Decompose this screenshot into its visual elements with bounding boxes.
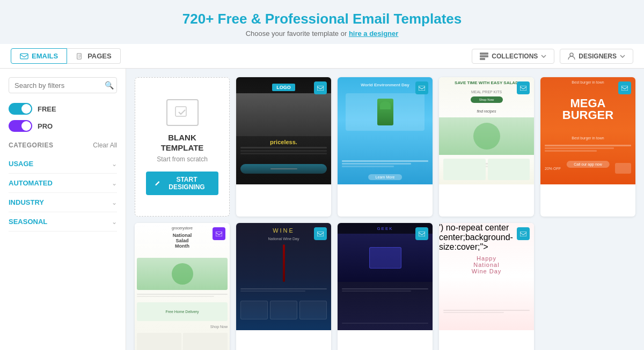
svg-rect-0	[20, 54, 28, 59]
email-badge	[517, 81, 530, 94]
pages-icon	[76, 53, 84, 59]
svg-rect-12	[317, 232, 324, 236]
main-layout: 🔍 FREE PRO CATEGORIES Clear All USAGE ⌄ …	[0, 69, 644, 350]
sidebar-item-usage[interactable]: USAGE ⌄	[9, 154, 117, 174]
tab-pages[interactable]: PAGES	[67, 48, 121, 64]
free-toggle[interactable]	[9, 103, 32, 115]
categories-header: CATEGORIES Clear All	[9, 142, 117, 149]
template-card[interactable]: ') no-repeat center center;background-si…	[439, 223, 534, 350]
svg-rect-8	[419, 86, 425, 91]
template-thumbnail: grocerystore NationalSaladMonth Free Hom…	[135, 223, 230, 350]
chevron-down-icon	[541, 55, 546, 58]
svg-rect-14	[520, 232, 526, 236]
svg-rect-4	[480, 58, 485, 60]
chevron-down-icon	[620, 55, 625, 58]
chevron-down-icon: ⌄	[112, 180, 117, 187]
sidebar-item-seasonal[interactable]: SEASONAL ⌄	[9, 212, 117, 232]
templates-grid: BLANK TEMPLATE Start from scratch START …	[135, 77, 635, 350]
toggle-knob	[21, 104, 31, 114]
free-label: FREE	[38, 105, 56, 113]
categories-title: CATEGORIES	[9, 142, 53, 149]
tab-emails[interactable]: EMAILS	[11, 48, 67, 64]
email-badge	[415, 227, 428, 240]
collections-dropdown[interactable]: COLLECTIONS	[472, 49, 554, 64]
svg-rect-2	[480, 53, 488, 55]
blank-template-subtitle: Start from scratch	[157, 155, 208, 163]
toolbar-dropdowns: COLLECTIONS DESIGNERS	[472, 49, 633, 64]
email-badge	[517, 227, 530, 240]
sidebar-item-industry[interactable]: INDUSTRY ⌄	[9, 193, 117, 212]
sidebar-item-automated[interactable]: AUTOMATED ⌄	[9, 174, 117, 193]
search-input[interactable]	[14, 81, 105, 90]
pro-toggle[interactable]	[9, 120, 32, 132]
svg-rect-10	[621, 86, 628, 91]
hire-designer-link[interactable]: hire a designer	[349, 29, 398, 38]
svg-rect-13	[419, 232, 425, 236]
free-toggle-row: FREE	[9, 103, 117, 115]
template-card[interactable]: SAVE TIME WITH EASY SALAD MEAL PREP KITS…	[439, 77, 534, 217]
pro-label: PRO	[38, 122, 53, 130]
pro-toggle-row: PRO	[9, 120, 117, 132]
clear-all-button[interactable]: Clear All	[93, 142, 117, 149]
designers-dropdown[interactable]: DESIGNERS	[560, 49, 633, 64]
template-card[interactable]: WINE National Wine Day	[236, 223, 331, 350]
pencil-icon	[155, 180, 160, 187]
search-box[interactable]: 🔍	[9, 77, 117, 93]
content-area: BLANK TEMPLATE Start from scratch START …	[126, 69, 644, 350]
blank-template-card[interactable]: BLANK TEMPLATE Start from scratch START …	[135, 77, 230, 217]
svg-point-5	[570, 53, 573, 56]
template-card[interactable]: GEEK	[338, 223, 433, 350]
svg-rect-9	[520, 86, 526, 91]
header-banner: 720+ Free & Professional Email Templates…	[0, 0, 644, 44]
chevron-down-icon: ⌄	[112, 199, 117, 206]
toggle-knob	[21, 121, 31, 131]
template-card[interactable]: LOGO priceless.	[236, 77, 331, 217]
toolbar: EMAILS PAGES COLLECTIONS DESIGNERS	[0, 44, 644, 69]
blank-template-icon	[166, 99, 199, 126]
svg-rect-7	[317, 86, 324, 91]
blank-template-title: BLANK TEMPLATE	[146, 132, 218, 153]
email-badge	[314, 227, 327, 240]
page-title: 720+ Free & Professional Email Templates	[0, 11, 644, 27]
chevron-down-icon: ⌄	[112, 218, 117, 226]
email-badge	[314, 81, 327, 94]
chevron-down-icon: ⌄	[112, 160, 117, 168]
start-designing-button[interactable]: START DESIGNING	[146, 172, 218, 195]
svg-rect-3	[480, 55, 488, 57]
email-badge	[618, 81, 631, 94]
template-card[interactable]: grocerystore NationalSaladMonth Free Hom…	[135, 223, 230, 350]
designer-icon	[568, 53, 575, 60]
template-card[interactable]: Best burger in town MEGABURGER Best burg…	[540, 77, 635, 217]
svg-rect-11	[216, 232, 222, 236]
template-card[interactable]: World Environment Day Learn More	[338, 77, 433, 217]
collections-icon	[480, 53, 488, 60]
page-subtitle: Choose your favorite template or hire a …	[0, 29, 644, 38]
email-badge	[213, 227, 225, 240]
search-icon: 🔍	[105, 81, 114, 90]
sidebar: 🔍 FREE PRO CATEGORIES Clear All USAGE ⌄ …	[0, 69, 126, 350]
tab-group: EMAILS PAGES	[11, 48, 121, 64]
email-badge	[415, 81, 428, 94]
email-icon	[20, 53, 28, 59]
